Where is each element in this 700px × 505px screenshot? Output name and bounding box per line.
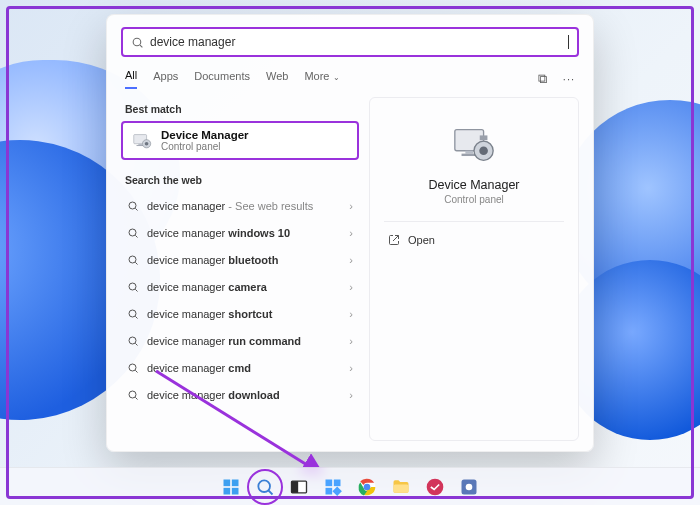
chevron-right-icon: ›	[349, 281, 353, 293]
web-result-item[interactable]: device manager bluetooth›	[121, 246, 359, 273]
search-icon	[127, 362, 139, 374]
svg-point-9	[129, 229, 136, 236]
svg-rect-40	[326, 487, 333, 494]
web-result-text: device manager camera	[147, 281, 341, 293]
web-result-text: device manager download	[147, 389, 341, 401]
search-icon	[127, 389, 139, 401]
chevron-right-icon: ›	[349, 308, 353, 320]
svg-point-45	[427, 478, 444, 495]
svg-point-13	[129, 283, 136, 290]
web-results-list: device manager - See web results›device …	[121, 192, 359, 408]
divider	[384, 221, 564, 222]
app-icon	[425, 477, 445, 497]
svg-line-8	[135, 208, 137, 210]
search-input[interactable]	[150, 35, 562, 49]
svg-rect-3	[138, 143, 142, 144]
best-match-result[interactable]: Device Manager Control panel	[121, 121, 359, 160]
open-label: Open	[408, 234, 435, 246]
svg-rect-31	[232, 479, 239, 486]
taskbar-search-button[interactable]	[252, 474, 278, 500]
search-icon	[127, 281, 139, 293]
open-action[interactable]: Open	[384, 228, 564, 252]
search-web-heading: Search the web	[121, 168, 359, 192]
task-view-icon	[289, 477, 309, 497]
best-match-subtitle: Control panel	[161, 141, 249, 152]
taskbar-taskview-button[interactable]	[286, 474, 312, 500]
web-result-item[interactable]: device manager cmd›	[121, 354, 359, 381]
web-result-item[interactable]: device manager run command›	[121, 327, 359, 354]
search-icon	[127, 335, 139, 347]
web-result-item[interactable]: device manager camera›	[121, 273, 359, 300]
taskbar-chrome[interactable]	[354, 474, 380, 500]
svg-point-11	[129, 256, 136, 263]
svg-point-7	[129, 202, 136, 209]
svg-point-27	[479, 146, 488, 155]
svg-rect-41	[332, 486, 341, 495]
svg-rect-28	[480, 135, 488, 140]
taskbar-start-button[interactable]	[218, 474, 244, 500]
app-icon	[459, 477, 479, 497]
svg-line-10	[135, 235, 137, 237]
windows-icon	[221, 477, 241, 497]
search-icon	[127, 308, 139, 320]
taskbar-app-right1[interactable]	[422, 474, 448, 500]
text-caret	[568, 35, 569, 49]
chevron-right-icon: ›	[349, 335, 353, 347]
start-search-panel: All Apps Documents Web More ⌄ ⧉ ··· Best…	[106, 14, 594, 452]
search-icon	[127, 200, 139, 212]
svg-point-21	[129, 391, 136, 398]
svg-point-6	[145, 141, 149, 145]
chevron-right-icon: ›	[349, 254, 353, 266]
chevron-right-icon: ›	[349, 362, 353, 374]
tab-apps[interactable]: Apps	[153, 70, 178, 88]
web-result-item[interactable]: device manager shortcut›	[121, 300, 359, 327]
svg-point-19	[129, 364, 136, 371]
taskbar-widgets-button[interactable]	[320, 474, 346, 500]
svg-line-14	[135, 289, 137, 291]
device-manager-icon	[451, 122, 497, 168]
preview-title: Device Manager	[428, 178, 519, 192]
web-result-item[interactable]: device manager windows 10›	[121, 219, 359, 246]
svg-rect-44	[394, 484, 409, 492]
chrome-icon	[357, 477, 377, 497]
results-left-column: Best match Device Manager Control panel …	[121, 97, 359, 441]
svg-point-43	[364, 483, 371, 490]
tab-all[interactable]: All	[125, 69, 137, 89]
svg-line-12	[135, 262, 137, 264]
svg-rect-33	[232, 487, 239, 494]
search-icon	[127, 227, 139, 239]
svg-point-17	[129, 337, 136, 344]
svg-line-1	[140, 45, 142, 47]
taskbar	[0, 467, 700, 505]
web-result-text: device manager cmd	[147, 362, 341, 374]
search-input-container[interactable]	[121, 27, 579, 57]
svg-rect-37	[292, 481, 299, 493]
tab-web[interactable]: Web	[266, 70, 288, 88]
svg-line-18	[135, 343, 137, 345]
web-result-item[interactable]: device manager - See web results›	[121, 192, 359, 219]
web-result-text: device manager windows 10	[147, 227, 341, 239]
account-icon[interactable]: ⧉	[538, 71, 547, 87]
tab-more[interactable]: More ⌄	[304, 70, 339, 88]
best-match-heading: Best match	[121, 97, 359, 121]
search-filter-tabs: All Apps Documents Web More ⌄ ⧉ ···	[121, 69, 579, 89]
taskbar-app-right2[interactable]	[456, 474, 482, 500]
more-options-icon[interactable]: ···	[563, 73, 575, 85]
web-result-text: device manager - See web results	[147, 200, 341, 212]
chevron-right-icon: ›	[349, 200, 353, 212]
result-preview-pane: Device Manager Control panel Open	[369, 97, 579, 441]
preview-subtitle: Control panel	[444, 194, 503, 205]
open-icon	[388, 234, 400, 246]
taskbar-explorer[interactable]	[388, 474, 414, 500]
web-result-item[interactable]: device manager download›	[121, 381, 359, 408]
svg-point-47	[466, 483, 473, 490]
svg-rect-39	[334, 479, 341, 486]
best-match-title: Device Manager	[161, 129, 249, 141]
tab-documents[interactable]: Documents	[194, 70, 250, 88]
svg-rect-30	[224, 479, 231, 486]
device-manager-icon	[131, 130, 153, 152]
chevron-right-icon: ›	[349, 389, 353, 401]
svg-rect-24	[465, 151, 473, 154]
svg-point-0	[133, 38, 141, 46]
search-icon	[131, 36, 144, 49]
